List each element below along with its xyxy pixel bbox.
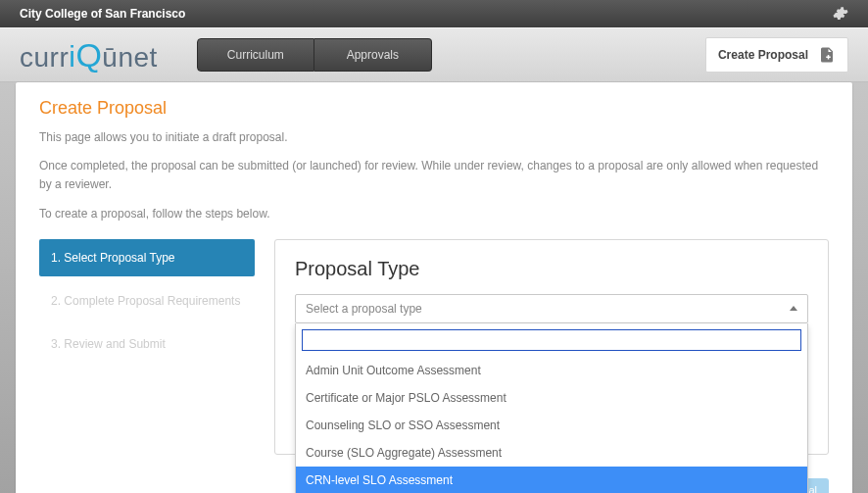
proposal-type-combo: Select a proposal type Admin Unit Outcom… bbox=[295, 294, 808, 323]
dropdown-option[interactable]: Counseling SLO or SSO Assessment bbox=[296, 412, 807, 439]
top-bar: City College of San Francisco bbox=[0, 0, 868, 27]
dropdown-option[interactable]: CRN-level SLO Assessment bbox=[296, 467, 807, 493]
dropdown-option[interactable]: Course (SLO Aggregate) Assessment bbox=[296, 439, 807, 467]
page: Create Proposal This page allows you to … bbox=[16, 82, 852, 493]
logo: curriQūnet bbox=[20, 36, 158, 74]
dropdown-option[interactable]: Certificate or Major PSLO Assessment bbox=[296, 384, 807, 412]
create-proposal-button[interactable]: Create Proposal bbox=[705, 37, 848, 73]
chevron-up-icon bbox=[790, 306, 797, 311]
dropdown-option[interactable]: Admin Unit Outcome Assessment bbox=[296, 357, 807, 384]
proposal-type-panel: Proposal Type Select a proposal type Adm… bbox=[274, 239, 829, 455]
page-title: Create Proposal bbox=[39, 98, 829, 119]
panel-title: Proposal Type bbox=[295, 258, 808, 280]
step-1[interactable]: 1. Select Proposal Type bbox=[39, 239, 255, 276]
step-3: 3. Review and Submit bbox=[39, 325, 255, 363]
nav-approvals[interactable]: Approvals bbox=[314, 38, 432, 72]
dropdown-search-wrap bbox=[296, 323, 807, 357]
main-nav: Curriculum Approvals bbox=[197, 38, 432, 72]
content-frame: Create Proposal This page allows you to … bbox=[0, 82, 868, 493]
page-desc-1: This page allows you to initiate a draft… bbox=[39, 128, 829, 147]
proposal-type-dropdown: Admin Unit Outcome AssessmentCertificate… bbox=[295, 323, 808, 493]
create-proposal-label: Create Proposal bbox=[718, 48, 808, 62]
step-2: 2. Complete Proposal Requirements bbox=[39, 282, 255, 320]
proposal-type-placeholder: Select a proposal type bbox=[306, 302, 422, 316]
gear-icon[interactable] bbox=[833, 6, 848, 22]
org-name: City College of San Francisco bbox=[20, 7, 185, 21]
page-desc-3: To create a proposal, follow the steps b… bbox=[39, 205, 829, 223]
dropdown-list[interactable]: Admin Unit Outcome AssessmentCertificate… bbox=[296, 357, 807, 493]
wizard-steps: 1. Select Proposal Type 2. Complete Prop… bbox=[39, 239, 255, 369]
page-desc-2: Once completed, the proposal can be subm… bbox=[39, 157, 829, 194]
nav-curriculum[interactable]: Curriculum bbox=[197, 38, 314, 72]
header-bar: curriQūnet Curriculum Approvals Create P… bbox=[0, 27, 868, 82]
dropdown-search-input[interactable] bbox=[302, 329, 801, 351]
document-plus-icon bbox=[818, 46, 836, 64]
proposal-type-select[interactable]: Select a proposal type bbox=[295, 294, 808, 323]
